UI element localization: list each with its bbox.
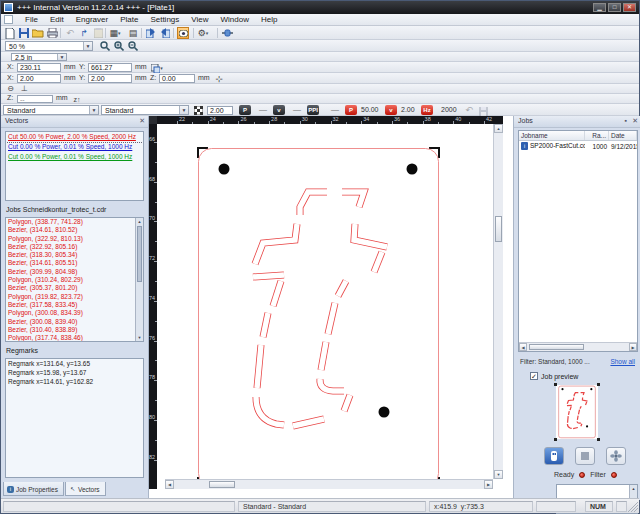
process-combo[interactable]: Standard▼ bbox=[3, 105, 99, 115]
job-preview-thumbnail[interactable] bbox=[556, 385, 598, 439]
jobs-panel-close-icon[interactable]: ✕ bbox=[632, 117, 638, 125]
regmark-dot[interactable] bbox=[561, 388, 563, 390]
menu-item[interactable]: Engraver bbox=[70, 14, 114, 25]
regmark-dot[interactable] bbox=[590, 388, 592, 390]
regmarks-list[interactable]: Regmark x=131.64, y=13.65Regmark x=15.98… bbox=[5, 358, 144, 478]
open-icon[interactable] bbox=[32, 27, 44, 39]
scroll-thumb[interactable] bbox=[137, 226, 142, 282]
vectors-panel-close-icon[interactable]: ✕ bbox=[139, 117, 145, 125]
regmark-dot[interactable] bbox=[219, 164, 230, 175]
export-icon[interactable] bbox=[159, 27, 171, 39]
resize-grip[interactable] bbox=[628, 502, 638, 512]
vector-objects-list[interactable]: Polygon, (338.77, 741.28)Bezier, (314.61… bbox=[5, 217, 144, 342]
canvas-vertical-scrollbar[interactable]: ▲ ▼ bbox=[493, 124, 503, 479]
jobs-table-header[interactable]: Jobname Ra... Date bbox=[519, 131, 637, 141]
menu-item[interactable]: Help bbox=[255, 14, 283, 25]
regmark-row[interactable]: Regmark x=131.64, y=13.65 bbox=[6, 359, 143, 368]
zoom-in-icon[interactable] bbox=[113, 40, 125, 52]
z-field[interactable]: -- bbox=[17, 95, 53, 103]
import-icon[interactable] bbox=[145, 27, 157, 39]
wysiwyg-toggle-icon[interactable] bbox=[177, 27, 189, 39]
selection-handle[interactable] bbox=[597, 383, 600, 386]
jobs-panel-pin-icon[interactable]: ▪ bbox=[625, 117, 627, 124]
col-jobname[interactable]: Jobname bbox=[519, 131, 585, 140]
align-icon[interactable]: ⊥ bbox=[19, 84, 30, 93]
job-row[interactable]: iSP2000-FastCut.cdr 1000 9/12/2015 bbox=[519, 141, 637, 151]
selection-handle[interactable] bbox=[554, 383, 557, 386]
regmark-row[interactable]: Regmark x=15.98, y=13.67 bbox=[6, 368, 143, 377]
size-y-field[interactable]: 2.00 bbox=[88, 74, 132, 83]
pos-x-field[interactable]: 230.11 bbox=[17, 63, 61, 72]
vector-object-row[interactable]: Bezier, (300.08, 839.40) bbox=[6, 318, 135, 326]
plate-canvas[interactable]: 2224262830323436384042 66687072747678808… bbox=[149, 116, 513, 499]
vector-object-row[interactable]: Polygon, (317.74, 838.46) bbox=[6, 334, 135, 341]
vector-object-row[interactable]: Polygon, (300.08, 834.39) bbox=[6, 309, 135, 317]
vector-object-row[interactable]: Polygon, (322.92, 810.13) bbox=[6, 235, 135, 243]
plate-setup-icon[interactable]: ▤ bbox=[127, 27, 139, 39]
vector-object-row[interactable]: Bezier, (305.37, 801.20) bbox=[6, 284, 135, 292]
scroll-up-icon[interactable]: ▲ bbox=[630, 485, 637, 492]
regmark-dot[interactable] bbox=[379, 407, 390, 418]
col-resolution[interactable]: Ra... bbox=[585, 131, 609, 140]
scroll-up-icon[interactable]: ▲ bbox=[494, 124, 503, 133]
redo-icon[interactable]: ↱ bbox=[78, 27, 90, 39]
connect-engraver-icon[interactable] bbox=[221, 27, 233, 39]
cut-settings-list[interactable]: Cut 50.00 % Power, 2.00 % Speed, 2000 Hz… bbox=[5, 131, 144, 201]
scroll-left-icon[interactable]: ◀ bbox=[165, 480, 174, 489]
zoom-tool-icon[interactable] bbox=[99, 40, 111, 52]
cut-path-segment[interactable] bbox=[581, 424, 582, 426]
drawing-area[interactable]: ▲ ▼ ◀ ▶ bbox=[157, 124, 503, 489]
minimize-button[interactable]: ▁ bbox=[593, 3, 606, 12]
vector-object-row[interactable]: Bezier, (310.40, 838.89) bbox=[6, 326, 135, 334]
material-combo[interactable]: Standard▼ bbox=[101, 105, 189, 115]
vector-object-row[interactable]: Bezier, (309.99, 804.98) bbox=[6, 268, 135, 276]
regmark-dot[interactable] bbox=[586, 425, 588, 427]
size-x-field[interactable]: 2.00 bbox=[17, 74, 61, 83]
vector-object-row[interactable]: Bezier, (314.61, 805.51) bbox=[6, 259, 135, 267]
close-button[interactable]: ✕ bbox=[623, 3, 636, 12]
selection-handle[interactable] bbox=[554, 438, 557, 441]
vector-object-row[interactable]: Bezier, (317.58, 833.45) bbox=[6, 301, 135, 309]
new-file-icon[interactable] bbox=[4, 27, 16, 39]
usb-connect-button[interactable] bbox=[544, 447, 564, 465]
zoom-out-icon[interactable] bbox=[127, 40, 139, 52]
vertical-scroll-thumb[interactable] bbox=[495, 216, 502, 242]
cut-setting-row[interactable]: Cut 50.00 % Power, 2.00 % Speed, 2000 Hz bbox=[6, 132, 143, 142]
clipboard-icon[interactable] bbox=[92, 27, 104, 39]
horizontal-scroll-thumb[interactable] bbox=[209, 481, 235, 488]
scroll-left-icon[interactable]: ◀ bbox=[519, 343, 527, 351]
regmark-dot[interactable] bbox=[407, 164, 418, 175]
grid-settings-icon[interactable]: ▦▾ bbox=[109, 27, 121, 39]
save-icon[interactable] bbox=[18, 27, 30, 39]
job-preview-toggle[interactable]: ✓ Job preview bbox=[530, 372, 578, 380]
cut-path-segment[interactable] bbox=[568, 416, 569, 423]
maximize-button[interactable]: □ bbox=[608, 3, 621, 12]
cut-setting-row[interactable]: Cut 0.00 % Power, 0.01 % Speed, 1000 Hz bbox=[6, 152, 143, 162]
cut-path-segment[interactable] bbox=[577, 416, 578, 420]
vector-list-scrollbar[interactable]: ▲ ▼ bbox=[135, 218, 143, 341]
tab-vectors[interactable]: ↖Vectors bbox=[65, 482, 106, 496]
cut-setting-row[interactable]: Cut 0.00 % Power, 0.01 % Speed, 1000 Hz bbox=[6, 142, 143, 152]
jobs-table[interactable]: Jobname Ra... Date iSP2000-FastCut.cdr 1… bbox=[518, 130, 638, 352]
print-icon[interactable] bbox=[46, 27, 58, 39]
menu-item[interactable]: File bbox=[19, 14, 44, 25]
plate-drawing[interactable] bbox=[157, 124, 503, 489]
jobs-hscroll-thumb[interactable] bbox=[529, 344, 584, 350]
canvas-horizontal-scrollbar[interactable]: ◀ ▶ bbox=[165, 479, 493, 489]
revert-params-icon[interactable]: ↶ bbox=[463, 104, 475, 116]
show-all-link[interactable]: Show all bbox=[610, 358, 635, 365]
stop-button[interactable] bbox=[575, 447, 595, 465]
zoom-combo-arrow[interactable]: ▼ bbox=[83, 42, 92, 50]
vector-object-row[interactable]: Polygon, (319.82, 823.72) bbox=[6, 293, 135, 301]
menu-item[interactable]: Plate bbox=[114, 14, 144, 25]
rotate-icon[interactable]: ⊖ bbox=[5, 84, 16, 93]
tab-job-properties[interactable]: iJob Properties bbox=[3, 482, 64, 496]
scroll-right-icon[interactable]: ▶ bbox=[629, 343, 637, 351]
mdi-system-icon[interactable] bbox=[4, 15, 13, 24]
size-z-field[interactable]: 0.00 bbox=[159, 74, 195, 83]
settings-gear-icon[interactable]: ⚙▾ bbox=[197, 27, 209, 39]
undo-icon[interactable]: ↶ bbox=[64, 27, 76, 39]
exhaust-fan-button[interactable] bbox=[606, 447, 626, 465]
cut-path-segment[interactable] bbox=[568, 411, 569, 415]
scroll-down-icon[interactable]: ▼ bbox=[136, 334, 143, 341]
